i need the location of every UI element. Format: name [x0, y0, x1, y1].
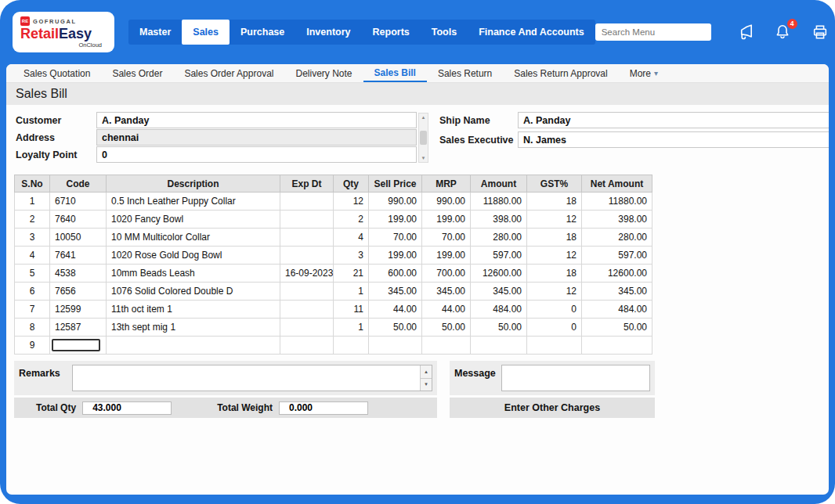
cell-sell-price[interactable]: 50.00 — [369, 319, 422, 337]
cell-net-amount[interactable]: 597.00 — [582, 247, 652, 265]
tab-sales-return-approval[interactable]: Sales Return Approval — [503, 64, 618, 82]
cell-code[interactable]: 10050 — [50, 229, 107, 247]
cell-sno[interactable]: 8 — [15, 319, 50, 337]
address-input[interactable] — [96, 129, 417, 146]
cell-exp-dt[interactable] — [280, 211, 334, 229]
cell-code[interactable]: 12587 — [50, 319, 107, 337]
cell-qty[interactable]: 4 — [334, 229, 369, 247]
search-input[interactable] — [595, 23, 711, 41]
cell-exp-dt[interactable] — [280, 247, 334, 265]
menu-item-tools[interactable]: Tools — [421, 20, 468, 45]
cell-sell-price[interactable]: 600.00 — [369, 265, 422, 283]
cell-sell-price[interactable]: 44.00 — [369, 301, 422, 319]
spinner-up-icon[interactable]: ▴ — [421, 365, 432, 379]
cell-qty[interactable]: 11 — [334, 301, 369, 319]
cell-amount[interactable]: 484.00 — [471, 301, 527, 319]
cell-sno[interactable]: 2 — [15, 211, 50, 229]
cell-sno[interactable]: 6 — [15, 283, 50, 301]
cell-exp-dt[interactable] — [280, 319, 334, 337]
app-logo[interactable]: RE GOFRUGAL RetailEasy OnCloud — [13, 12, 114, 52]
cell-gst[interactable]: 18 — [527, 193, 582, 211]
cell-exp-dt[interactable]: 16-09-2023 — [280, 265, 334, 283]
cell-mrp[interactable]: 199.00 — [422, 211, 471, 229]
cell-description[interactable]: 0.5 Inch Leather Puppy Collar — [107, 193, 280, 211]
cell-mrp[interactable]: 700.00 — [422, 265, 471, 283]
menu-item-sales[interactable]: Sales — [182, 20, 230, 45]
cell-exp-dt[interactable] — [280, 193, 334, 211]
total-weight-input[interactable] — [279, 401, 368, 415]
menu-item-inventory[interactable]: Inventory — [295, 20, 361, 45]
spinner-down-icon[interactable]: ▾ — [421, 379, 432, 391]
customer-input[interactable] — [96, 112, 417, 128]
cell-amount[interactable]: 12600.00 — [471, 265, 527, 283]
cell-gst[interactable]: 12 — [527, 247, 582, 265]
cell-sno[interactable]: 9 — [15, 337, 50, 355]
bell-icon[interactable]: 4 — [774, 23, 792, 41]
cell-net-amount[interactable]: 484.00 — [582, 301, 652, 319]
cell-exp-dt[interactable] — [280, 229, 334, 247]
form-scrollbar[interactable]: ▲ ▼ — [418, 113, 428, 163]
menu-item-finance-and-accounts[interactable]: Finance And Accounts — [468, 20, 595, 45]
cell-sno[interactable]: 4 — [15, 247, 50, 265]
cell-sell-price[interactable]: 990.00 — [369, 193, 422, 211]
cell-description[interactable]: 1076 Solid Colored Double D — [107, 283, 280, 301]
cell-sno[interactable]: 3 — [15, 229, 50, 247]
cell-sell-price[interactable]: 199.00 — [369, 211, 422, 229]
message-input[interactable] — [501, 365, 650, 391]
cell-gst[interactable] — [527, 337, 582, 355]
cell-qty[interactable]: 12 — [334, 193, 369, 211]
cell-code[interactable]: 7641 — [50, 247, 107, 265]
cell-gst[interactable]: 18 — [527, 229, 582, 247]
cell-mrp[interactable]: 345.00 — [422, 283, 471, 301]
cell-description[interactable]: 11th oct item 1 — [107, 301, 280, 319]
cell-code[interactable]: 4538 — [50, 265, 107, 283]
cell-code[interactable]: 7640 — [50, 211, 107, 229]
ship-name-input[interactable] — [518, 112, 829, 128]
cell-qty[interactable] — [334, 337, 369, 355]
cell-sno[interactable]: 7 — [15, 301, 50, 319]
tab-sales-bill[interactable]: Sales Bill — [363, 64, 427, 82]
cell-mrp[interactable]: 50.00 — [422, 319, 471, 337]
cell-net-amount[interactable]: 12600.00 — [582, 265, 652, 283]
cell-qty[interactable]: 1 — [334, 283, 369, 301]
cell-sell-price[interactable]: 199.00 — [369, 247, 422, 265]
cell-net-amount[interactable]: 398.00 — [582, 211, 652, 229]
tab-sales-return[interactable]: Sales Return — [427, 64, 503, 82]
cell-sno[interactable]: 5 — [15, 265, 50, 283]
cell-amount[interactable]: 11880.00 — [471, 193, 527, 211]
cell-amount[interactable]: 345.00 — [471, 283, 527, 301]
cell-gst[interactable]: 12 — [527, 283, 582, 301]
cell-net-amount[interactable] — [582, 337, 652, 355]
cell-mrp[interactable]: 44.00 — [422, 301, 471, 319]
cell-sell-price[interactable] — [369, 337, 422, 355]
cell-code[interactable]: 6710 — [50, 193, 107, 211]
cell-description[interactable]: 10 MM Multicolor Collar — [107, 229, 280, 247]
cell-mrp[interactable]: 70.00 — [422, 229, 471, 247]
cell-gst[interactable]: 18 — [527, 265, 582, 283]
tab-delivery-note[interactable]: Delivery Note — [284, 64, 363, 82]
cell-description[interactable]: 10mm Beads Leash — [107, 265, 280, 283]
scroll-up-icon[interactable]: ▲ — [421, 115, 426, 120]
cell-net-amount[interactable]: 280.00 — [582, 229, 652, 247]
sales-executive-input[interactable] — [518, 131, 829, 148]
menu-item-purchase[interactable]: Purchase — [230, 20, 295, 45]
cell-amount[interactable]: 398.00 — [471, 211, 527, 229]
menu-item-reports[interactable]: Reports — [362, 20, 421, 45]
cell-exp-dt[interactable] — [280, 283, 334, 301]
cell-net-amount[interactable]: 345.00 — [582, 283, 652, 301]
cell-amount[interactable] — [471, 337, 527, 355]
menu-item-master[interactable]: Master — [128, 20, 182, 45]
cell-qty[interactable]: 1 — [334, 319, 369, 337]
announcement-icon[interactable] — [736, 23, 754, 41]
cell-mrp[interactable]: 990.00 — [422, 193, 471, 211]
cell-sell-price[interactable]: 70.00 — [369, 229, 422, 247]
cell-description[interactable]: 1020 Rose Gold Dog Bowl — [107, 247, 280, 265]
cell-exp-dt[interactable] — [280, 301, 334, 319]
remarks-spinner[interactable]: ▴ ▾ — [420, 365, 432, 391]
tab-sales-order[interactable]: Sales Order — [101, 64, 173, 82]
cell-sno[interactable]: 1 — [15, 193, 50, 211]
cell-gst[interactable]: 0 — [527, 301, 582, 319]
cell-amount[interactable]: 597.00 — [471, 247, 527, 265]
cell-code[interactable]: 12599 — [50, 301, 107, 319]
loyalty-point-input[interactable] — [96, 146, 417, 163]
